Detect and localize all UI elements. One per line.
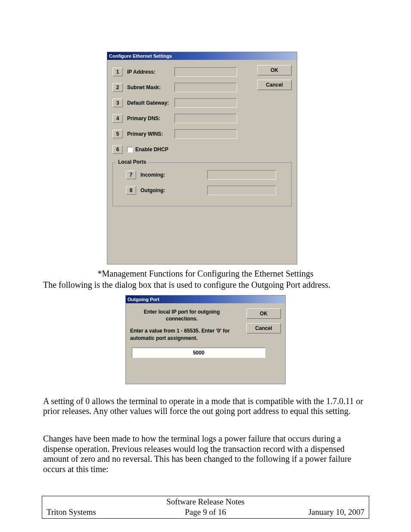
primary-wins-input[interactable] [174,129,237,139]
body-paragraph: A setting of 0 allows the terminal to op… [43,396,368,417]
hotkey-1-button[interactable]: 1 [112,68,123,76]
ip-address-input[interactable] [174,67,237,77]
footer-left: Triton Systems [47,507,153,517]
footer-center: Page 9 of 16 [153,507,258,517]
hotkey-4-button[interactable]: 4 [112,114,123,123]
row-primary-dns: 4 Primary DNS: [112,111,292,126]
footer-right: January 10, 2007 [258,507,364,517]
default-gateway-input[interactable] [174,98,237,108]
configure-ethernet-dialog: Configure Ethernet Settings OK Cancel 1 … [107,52,297,264]
ok-button[interactable]: OK [257,65,292,75]
body-paragraph: Changes have been made to how the termin… [43,434,368,474]
outgoing-port-dialog: Outgoing Port OK Cancel Enter local IP p… [125,295,286,384]
local-ports-group: Local Ports 7 Incoming: 8 Outgoing: [112,162,292,206]
incoming-port-input[interactable] [207,170,276,180]
outgoing-port-value-input[interactable]: 5000 [132,348,265,358]
primary-dns-label: Primary DNS: [127,115,174,121]
dialog-titlebar: Configure Ethernet Settings [107,52,297,60]
hotkey-2-button[interactable]: 2 [112,83,123,92]
ip-address-label: IP Address: [127,69,174,75]
figure-caption: *Management Functions for Configuring th… [43,269,368,279]
row-enable-dhcp: 6 Enable DHCP [112,142,292,157]
row-incoming-port: 7 Incoming: [119,167,285,183]
outgoing-instruction-2: Enter a value from 1 - 65535. Enter '0' … [130,327,236,341]
incoming-label: Incoming: [140,172,184,178]
cancel-button[interactable]: Cancel [257,80,292,90]
page-footer: Software Release Notes Triton Systems Pa… [42,496,369,519]
outgoing-label: Outgoing: [140,187,184,193]
hotkey-6-button[interactable]: 6 [112,145,123,154]
hotkey-8-button[interactable]: 8 [126,186,136,195]
dialog-titlebar: Outgoing Port [126,296,285,303]
subnet-mask-label: Subnet Mask: [127,84,174,90]
enable-dhcp-label: Enable DHCP [135,146,168,152]
hotkey-3-button[interactable]: 3 [112,99,123,107]
row-primary-wins: 5 Primary WINS: [112,126,292,142]
subnet-mask-input[interactable] [174,83,237,92]
enable-dhcp-checkbox[interactable] [127,147,133,152]
outgoing-port-input[interactable] [207,186,276,195]
hotkey-5-button[interactable]: 5 [112,130,123,138]
hotkey-7-button[interactable]: 7 [126,171,136,179]
body-paragraph: The following is the dialog box that is … [43,280,368,290]
footer-title: Software Release Notes [42,496,369,507]
row-default-gateway: 3 Default Gateway: [112,95,292,111]
local-ports-legend: Local Ports [116,159,148,165]
cancel-button[interactable]: Cancel [246,323,281,333]
primary-dns-input[interactable] [174,114,237,123]
ok-button[interactable]: OK [246,308,281,319]
outgoing-instruction-1: Enter local IP port for outgoing connect… [130,308,234,322]
row-outgoing-port: 8 Outgoing: [119,183,285,198]
primary-wins-label: Primary WINS: [127,131,174,137]
default-gateway-label: Default Gateway: [127,100,174,106]
